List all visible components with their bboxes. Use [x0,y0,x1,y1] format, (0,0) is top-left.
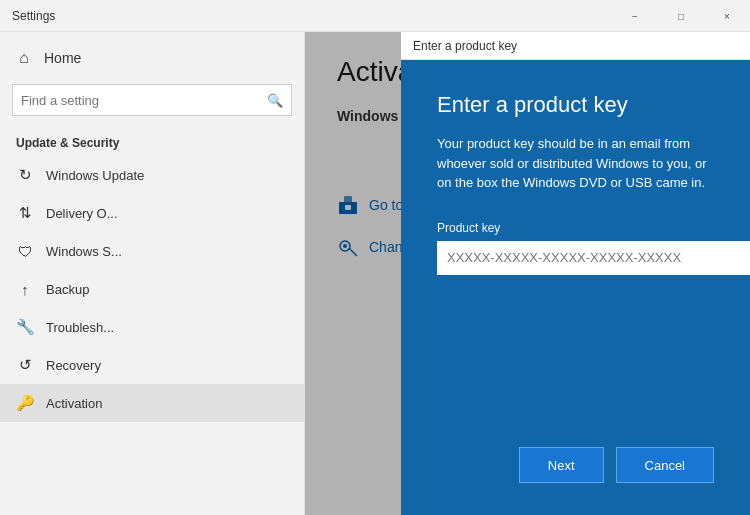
maximize-button[interactable]: □ [658,0,704,32]
activation-icon: 🔑 [16,394,34,412]
sidebar: ⌂ Home 🔍 Update & Security ↻ Windows Upd… [0,32,305,515]
sidebar-item-label: Activation [46,396,102,411]
dialog-title: Enter a product key [437,92,714,118]
product-key-dialog: Enter a product key Your product key sho… [401,60,750,515]
sidebar-item-label: Windows Update [46,168,144,183]
dialog-titlebar-label: Enter a product key [413,39,517,53]
search-input[interactable] [21,93,267,108]
app-layout: ⌂ Home 🔍 Update & Security ↻ Windows Upd… [0,32,750,515]
sidebar-item-activation[interactable]: 🔑 Activation [0,384,304,422]
sidebar-item-delivery[interactable]: ⇅ Delivery O... [0,194,304,232]
main-content: Activation Windows Go to the Store [305,32,750,515]
close-button[interactable]: × [704,0,750,32]
dialog-buttons: Next Cancel [437,447,714,483]
sidebar-item-label: Troublesh... [46,320,114,335]
app-title: Settings [12,9,55,23]
shield-icon: 🛡 [16,242,34,260]
troubleshoot-icon: 🔧 [16,318,34,336]
sidebar-section-label: Update & Security [0,124,304,156]
cancel-button[interactable]: Cancel [616,447,714,483]
dialog-titlebar: Enter a product key [401,32,750,60]
minimize-button[interactable]: − [612,0,658,32]
sidebar-item-label: Recovery [46,358,101,373]
product-key-input[interactable] [437,241,750,275]
sidebar-item-windows-update[interactable]: ↻ Windows Update [0,156,304,194]
sidebar-item-troubleshoot[interactable]: 🔧 Troublesh... [0,308,304,346]
dialog-field-label: Product key [437,221,714,235]
sidebar-item-label: Backup [46,282,89,297]
recovery-icon: ↺ [16,356,34,374]
home-label: Home [44,50,81,66]
search-box[interactable]: 🔍 [12,84,292,116]
title-bar: Settings − □ × [0,0,750,32]
sidebar-item-home[interactable]: ⌂ Home [0,40,304,76]
next-button[interactable]: Next [519,447,604,483]
windows-update-icon: ↻ [16,166,34,184]
backup-icon: ↑ [16,280,34,298]
sidebar-item-windows-security[interactable]: 🛡 Windows S... [0,232,304,270]
home-icon: ⌂ [16,50,32,66]
window-controls: − □ × [612,0,750,32]
sidebar-item-label: Windows S... [46,244,122,259]
delivery-icon: ⇅ [16,204,34,222]
sidebar-item-recovery[interactable]: ↺ Recovery [0,346,304,384]
sidebar-item-label: Delivery O... [46,206,118,221]
search-icon: 🔍 [267,93,283,108]
dialog-description: Your product key should be in an email f… [437,134,714,193]
sidebar-item-backup[interactable]: ↑ Backup [0,270,304,308]
